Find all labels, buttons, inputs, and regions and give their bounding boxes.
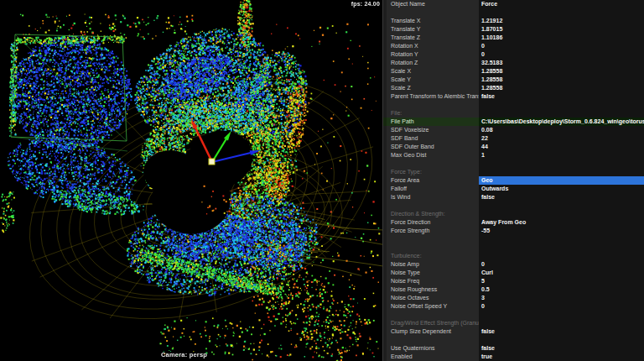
panel-blank-row <box>383 8 644 17</box>
property-value-field[interactable]: 32.5183 <box>479 59 644 67</box>
property-row-is-wind: Is Windfalse <box>383 193 644 201</box>
property-row-sdf-voxelsize: SDF Voxelsize0.08 <box>383 126 644 134</box>
property-value-field[interactable]: 0.5 <box>479 285 644 294</box>
property-value-field[interactable]: 3 <box>479 294 644 302</box>
section-header-label: Force Type: <box>383 168 479 176</box>
property-row-scale-x: Scale X1.28558 <box>383 67 644 76</box>
property-label: Object Name <box>383 0 479 8</box>
property-label: Enabled <box>383 353 479 361</box>
property-row-rotation-z: Rotation Z32.5183 <box>383 59 644 67</box>
property-value-field[interactable]: 5 <box>479 277 644 285</box>
property-row-scale-y: Scale Y1.28558 <box>383 76 644 84</box>
property-label: SDF Outer Band <box>383 143 479 151</box>
property-value-field[interactable]: false <box>479 344 644 353</box>
panel-blank-row <box>383 101 644 109</box>
property-value-field[interactable]: 0 <box>479 50 644 59</box>
property-value-field[interactable]: Curl <box>479 269 644 277</box>
section-header-drag-wind-effect-strength-granu: Drag/Wind Effect Strength (Granu... <box>383 319 644 327</box>
property-row-sdf-band: SDF Band22 <box>383 134 644 143</box>
property-label: Max Geo Dist <box>383 151 479 160</box>
property-row-force-strength: Force Strength-55 <box>383 227 644 235</box>
property-label: Rotation X <box>383 42 479 50</box>
panel-blank-row <box>383 235 644 243</box>
property-value-field[interactable]: 1.10186 <box>479 34 644 42</box>
panel-blank-row <box>383 201 644 210</box>
property-label: SDF Band <box>383 134 479 143</box>
property-row-force-direction: Force DirectionAway From Geo <box>383 218 644 227</box>
property-row-noise-offset-speed-y: Noise Offset Speed Y0 <box>383 302 644 311</box>
property-row-object-name: Object NameForce <box>383 0 644 8</box>
property-value-field[interactable]: 1 <box>479 151 644 160</box>
viewport-3d[interactable]: fps: 24.00 Camera: persp <box>0 0 382 361</box>
property-value-field[interactable]: Away From Geo <box>479 218 644 227</box>
section-header-spacer <box>479 252 644 260</box>
section-header-spacer <box>479 210 644 218</box>
property-value-field[interactable]: Geo <box>479 176 644 185</box>
property-value-field[interactable]: false <box>479 193 644 201</box>
property-label: Noise Type <box>383 269 479 277</box>
property-value-field[interactable]: 1.28558 <box>479 67 644 76</box>
section-header-direction-strength: Direction & Strength: <box>383 210 644 218</box>
property-value-field[interactable]: 22 <box>479 134 644 143</box>
property-label: Scale Z <box>383 84 479 92</box>
property-row-use-quaternions: Use Quaternionsfalse <box>383 344 644 353</box>
property-row-scale-z: Scale Z1.28558 <box>383 84 644 92</box>
property-value-field[interactable]: 0.08 <box>479 126 644 134</box>
section-header-label: Turbulence: <box>383 252 479 260</box>
section-header-spacer <box>479 319 644 327</box>
property-value-field[interactable]: true <box>479 353 644 361</box>
property-label: Translate Z <box>383 34 479 42</box>
property-label: Noise Octaves <box>383 294 479 302</box>
property-row-noise-type: Noise TypeCurl <box>383 269 644 277</box>
property-row-noise-roughness: Noise Roughness0.5 <box>383 285 644 294</box>
property-value-field[interactable]: -55 <box>479 227 644 235</box>
property-value-field[interactable]: Outwards <box>479 185 644 193</box>
property-label: Force Area <box>383 176 479 185</box>
property-value-field[interactable]: 1.28558 <box>479 84 644 92</box>
section-header-label: File: <box>383 109 479 118</box>
property-label: Rotation Z <box>383 59 479 67</box>
property-value-field[interactable]: false <box>479 92 644 101</box>
viewport-3d-canvas[interactable] <box>0 0 382 361</box>
camera-readout: Camera: persp <box>161 351 207 358</box>
property-value-field[interactable]: 0 <box>479 42 644 50</box>
property-value-field[interactable]: 1.28558 <box>479 76 644 84</box>
property-label: Force Direction <box>383 218 479 227</box>
property-row-force-area: Force AreaGeo <box>383 176 644 185</box>
property-value-field[interactable]: 1.21912 <box>479 17 644 25</box>
property-row-rotation-x: Rotation X0 <box>383 42 644 50</box>
property-label: Rotation Y <box>383 50 479 59</box>
section-header-file: File: <box>383 109 644 118</box>
property-row-translate-z: Translate Z1.10186 <box>383 34 644 42</box>
property-value-field[interactable]: C:\Users\bas\Desktop\deploy\Storm_0.6.82… <box>479 118 644 126</box>
section-header-force-type: Force Type: <box>383 168 644 176</box>
property-value-field[interactable]: 0 <box>479 302 644 311</box>
property-label: Force Strength <box>383 227 479 235</box>
property-row-noise-freq: Noise Freq5 <box>383 277 644 285</box>
panel-blank-row <box>383 160 644 168</box>
property-label: Noise Freq <box>383 277 479 285</box>
section-header-label: Drag/Wind Effect Strength (Granu... <box>383 319 479 327</box>
property-row-enabled: Enabledtrue <box>383 353 644 361</box>
property-label: Scale X <box>383 67 479 76</box>
property-value-field[interactable]: 0 <box>479 260 644 269</box>
section-header-spacer <box>479 109 644 118</box>
property-row-translate-x: Translate X1.21912 <box>383 17 644 25</box>
property-row-noise-octaves: Noise Octaves3 <box>383 294 644 302</box>
property-value-field[interactable]: 1.87015 <box>479 25 644 34</box>
property-row-parent-transform-to-alembic-trans: Parent Transform to Alembic Trans...fals… <box>383 92 644 101</box>
property-row-sdf-outer-band: SDF Outer Band44 <box>383 143 644 151</box>
panel-blank-row <box>383 336 644 344</box>
section-header-spacer <box>479 168 644 176</box>
fps-readout: fps: 24.00 <box>351 1 380 7</box>
property-row-falloff: FalloffOutwards <box>383 185 644 193</box>
property-label: Scale Y <box>383 76 479 84</box>
property-label: Use Quaternions <box>383 344 479 353</box>
property-value-field[interactable]: Force <box>479 0 644 8</box>
properties-panel: Object NameForceTranslate X1.21912Transl… <box>382 0 644 361</box>
property-label: Falloff <box>383 185 479 193</box>
property-value-field[interactable]: 44 <box>479 143 644 151</box>
property-row-rotation-y: Rotation Y0 <box>383 50 644 59</box>
property-label: Translate X <box>383 17 479 25</box>
property-value-field[interactable]: false <box>479 327 644 336</box>
